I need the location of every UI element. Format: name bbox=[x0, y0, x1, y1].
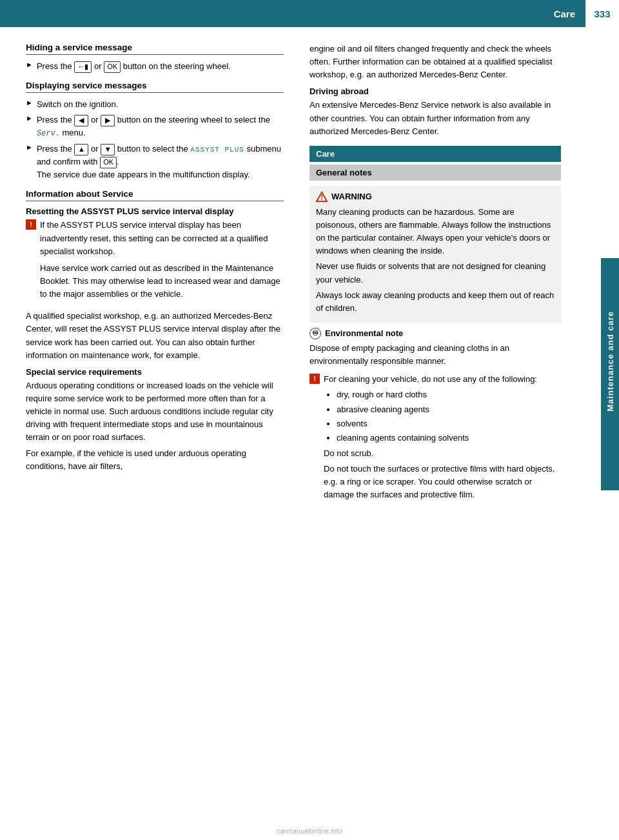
list-item-4: cleaning agents containing solvents bbox=[337, 432, 561, 445]
header-title: Care bbox=[554, 8, 585, 19]
important-cleaning-text: For cleaning your vehicle, do not use an… bbox=[324, 373, 561, 505]
hiding-service-heading: Hiding a service message bbox=[26, 43, 284, 55]
env-label: Environmental note bbox=[325, 328, 403, 338]
displaying-service-heading: Displaying service messages bbox=[26, 81, 284, 93]
ok-button-2: OK bbox=[100, 157, 117, 168]
important-cleaning-icon: ! bbox=[310, 374, 320, 384]
display-bullet-2-text: Press the ◀ or ▶ button on the steering … bbox=[37, 114, 284, 140]
driving-abroad-heading: Driving abroad bbox=[310, 86, 561, 96]
display-bullet-1-text: Switch on the ignition. bbox=[37, 98, 118, 111]
warning-label: WARNING bbox=[331, 192, 372, 201]
important-note-reset: ! If the ASSYST PLUS service interval di… bbox=[26, 219, 284, 305]
assyst-plus-label: ASSYST PLUS bbox=[190, 146, 244, 154]
cleaning-list: dry, rough or hard cloths abrasive clean… bbox=[337, 388, 561, 445]
hiding-bullet-text: Press the ←▮ or OK button on the steerin… bbox=[37, 60, 231, 73]
env-icon: ♾ bbox=[310, 328, 321, 339]
arrow-icon-3: ► bbox=[26, 114, 33, 122]
important-note-text: If the ASSYST PLUS service interval disp… bbox=[40, 219, 284, 305]
side-tab-label: Maintenance and care bbox=[605, 311, 615, 412]
header-bar: Care 333 bbox=[0, 0, 619, 27]
engine-oil-para: engine oil and oil filters changed frequ… bbox=[310, 43, 561, 81]
do-not-touch: Do not touch the surfaces or protective … bbox=[324, 463, 561, 501]
left-column: Hiding a service message ► Press the ←▮ … bbox=[0, 43, 297, 508]
warning-text-3: Always lock away cleaning products and k… bbox=[316, 289, 555, 315]
back-button: ←▮ bbox=[74, 61, 92, 73]
info-service-heading: Information about Service bbox=[26, 189, 284, 201]
care-box: Care bbox=[310, 146, 561, 162]
qualified-specialist-para: A qualified specialist workshop, e.g. an… bbox=[26, 310, 284, 362]
side-tab: Maintenance and care bbox=[601, 258, 619, 465]
display-bullet-1: ► Switch on the ignition. bbox=[26, 98, 284, 111]
display-bullet-3: ► Press the ▲ or ▼ button to select the … bbox=[26, 143, 284, 181]
important-para-2: Have service work carried out as describ… bbox=[40, 262, 284, 301]
section-info-service: Information about Service Resetting the … bbox=[26, 189, 284, 472]
env-para: Dispose of empty packaging and cleaning … bbox=[310, 342, 561, 368]
resetting-heading: Resetting the ASSYST PLUS service interv… bbox=[26, 206, 284, 216]
section-hiding-service: Hiding a service message ► Press the ←▮ … bbox=[26, 43, 284, 73]
warning-header: ! WARNING bbox=[316, 191, 555, 203]
up-button: ▲ bbox=[74, 144, 88, 155]
right-button: ▶ bbox=[101, 115, 115, 126]
arrow-icon-2: ► bbox=[26, 99, 33, 106]
svg-text:!: ! bbox=[320, 194, 323, 201]
arduous-para-2: For example, if the vehicle is used unde… bbox=[26, 447, 284, 473]
header-right: Care 333 bbox=[554, 0, 619, 27]
page-number: 333 bbox=[585, 0, 619, 27]
display-bullet-3-text: Press the ▲ or ▼ button to select the AS… bbox=[37, 143, 284, 181]
watermark: carmanualonline.info bbox=[277, 827, 342, 835]
important-icon: ! bbox=[26, 219, 36, 230]
section-displaying-service: Displaying service messages ► Switch on … bbox=[26, 81, 284, 181]
down-button: ▼ bbox=[101, 144, 115, 155]
warning-text-1: Many cleaning products can be hazardous.… bbox=[316, 206, 555, 258]
warning-text: Many cleaning products can be hazardous.… bbox=[316, 206, 555, 315]
warning-text-2: Never use fluids or solvents that are no… bbox=[316, 260, 555, 286]
cleaning-intro: For cleaning your vehicle, do not use an… bbox=[324, 373, 561, 386]
section-driving-abroad: Driving abroad An extensive Mercedes-Ben… bbox=[310, 86, 561, 137]
display-bullet-2: ► Press the ◀ or ▶ button on the steerin… bbox=[26, 114, 284, 140]
right-column: engine oil and oil filters changed frequ… bbox=[297, 43, 593, 508]
list-item-1: dry, rough or hard cloths bbox=[337, 388, 561, 401]
ok-button: OK bbox=[104, 61, 121, 73]
do-not-scrub: Do not scrub. bbox=[324, 447, 561, 460]
warning-box: ! WARNING Many cleaning products can be … bbox=[310, 186, 561, 323]
important-para-1: If the ASSYST PLUS service interval disp… bbox=[40, 219, 284, 257]
driving-abroad-para: An extensive Mercedes-Benz Service netwo… bbox=[310, 99, 561, 137]
serv-menu: Serv. bbox=[37, 129, 60, 138]
env-header: ♾ Environmental note bbox=[310, 328, 561, 339]
arrow-icon-4: ► bbox=[26, 143, 33, 151]
list-item-3: solvents bbox=[337, 417, 561, 430]
important-cleaning: ! For cleaning your vehicle, do not use … bbox=[310, 373, 561, 505]
general-notes-box: General notes bbox=[310, 165, 561, 181]
env-note: ♾ Environmental note Dispose of empty pa… bbox=[310, 328, 561, 368]
arduous-para-1: Arduous operating conditions or increase… bbox=[26, 379, 284, 445]
main-content: Hiding a service message ► Press the ←▮ … bbox=[0, 27, 619, 524]
special-service-heading: Special service requirements bbox=[26, 367, 284, 377]
left-button: ◀ bbox=[74, 115, 88, 126]
list-item-2: abrasive cleaning agents bbox=[337, 403, 561, 416]
side-tab-marker bbox=[601, 465, 619, 490]
warning-triangle-icon: ! bbox=[316, 191, 328, 203]
arrow-icon: ► bbox=[26, 61, 33, 68]
hiding-bullet: ► Press the ←▮ or OK button on the steer… bbox=[26, 60, 284, 73]
